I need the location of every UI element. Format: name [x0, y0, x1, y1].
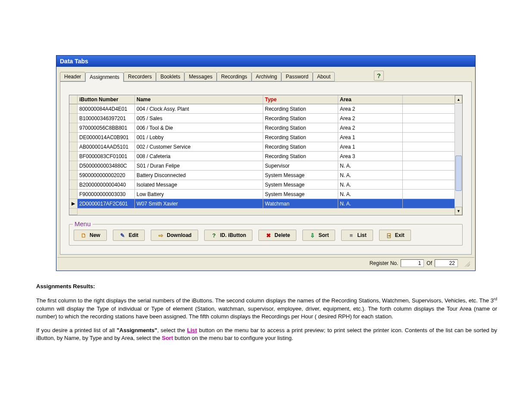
tab-assignments[interactable]: Assignments — [85, 72, 124, 82]
row-indicator — [69, 104, 77, 114]
table-row[interactable]: DE0000014AC0B901001 / LobbyRecording Sta… — [78, 133, 454, 142]
cell-area: Area 1 — [338, 142, 403, 151]
cell-ibutton: AB0000014AAD5101 — [78, 142, 135, 151]
sort-icon: ⇩ — [309, 232, 316, 239]
menu-row: 🗋 New ✎ Edit ⇨ Download ? — [74, 230, 458, 241]
register-total: 22 — [435, 259, 458, 267]
cell-name: 005 / Sales — [135, 114, 263, 123]
table-row[interactable]: BF0000083CF01001008 / CafeteriaRecording… — [78, 152, 454, 161]
cell-ibutton: F900000000003030 — [78, 190, 135, 199]
tab-header[interactable]: Header — [60, 72, 85, 81]
table-row[interactable]: B100000346397201005 / SalesRecording Sta… — [78, 114, 454, 123]
scroll-thumb[interactable] — [455, 156, 462, 191]
tab-recordings[interactable]: Recordings — [217, 72, 252, 81]
cell-area: Area 2 — [338, 114, 403, 123]
table-row[interactable]: 5900000000002020Battery DisconnectedSyst… — [78, 171, 454, 180]
doc-text: Assignments Results: The first column to… — [36, 283, 497, 348]
id-ibutton-label: ID. iButton — [220, 232, 246, 238]
exit-button[interactable]: ⍈ Exit — [379, 230, 411, 241]
cell-name: 008 / Cafeteria — [135, 152, 263, 161]
cell-ibutton: 2D0000017AF2C601 — [78, 199, 135, 208]
row-indicator-header — [69, 95, 77, 104]
cell-name: W07 Smith Xavier — [135, 199, 263, 208]
row-indicator — [69, 171, 77, 180]
cell-ibutton: DE0000014AC0B901 — [78, 133, 135, 142]
of-label: Of — [426, 260, 432, 266]
col-header-ibutton[interactable]: iButton Number — [78, 95, 135, 104]
table-row[interactable]: D50000000034880CS01 / Duran FelipeSuperv… — [78, 161, 454, 171]
grid-header-row: iButton Number Name Type Area — [78, 95, 454, 104]
new-label: New — [90, 232, 100, 238]
menu-group: Menu 🗋 New ✎ Edit ⇨ Download — [69, 224, 463, 246]
cell-area: N. A. — [338, 190, 403, 199]
vertical-scrollbar[interactable]: ▲ ▼ — [454, 95, 462, 215]
assignments-page: ▶ iButton Number Name Type Area 80000008… — [60, 81, 472, 255]
download-button[interactable]: ⇨ Download — [151, 230, 198, 241]
cell-area: Area 2 — [338, 104, 403, 113]
download-icon: ⇨ — [157, 232, 164, 239]
cell-name: Isolated Message — [135, 180, 263, 189]
cell-ibutton: D50000000034880C — [78, 161, 135, 170]
sort-button[interactable]: ⇩ Sort — [302, 230, 335, 241]
cell-area: N. A. — [338, 199, 403, 208]
cell-type: Recording Station — [263, 123, 338, 132]
row-indicator — [69, 180, 77, 190]
cell-name: Low Battery — [135, 190, 263, 199]
row-indicator — [69, 123, 77, 133]
cell-area: Area 1 — [338, 133, 403, 142]
cell-type: Recording Station — [263, 114, 338, 123]
table-row[interactable]: F900000000003030Low BatterySystem Messag… — [78, 190, 454, 199]
new-button[interactable]: 🗋 New — [74, 230, 107, 241]
tab-booklets[interactable]: Booklets — [156, 72, 184, 81]
row-indicator — [69, 190, 77, 199]
tab-password[interactable]: Password — [281, 72, 313, 81]
table-row[interactable]: 2D0000017AF2C601W07 Smith XavierWatchman… — [78, 199, 454, 209]
row-indicator — [69, 161, 77, 171]
new-icon: 🗋 — [80, 232, 87, 239]
register-label: Register No. — [370, 260, 398, 266]
statusbar: Register No. 1 Of 22 — [57, 257, 474, 269]
resize-grip-icon[interactable] — [463, 260, 470, 267]
grid-body: iButton Number Name Type Area 800000084A… — [78, 95, 454, 215]
tab-recorders[interactable]: Recorders — [124, 72, 156, 81]
list-button[interactable]: ≡ List — [341, 230, 373, 241]
id-ibutton-button[interactable]: ? ID. iButton — [204, 230, 253, 241]
col-header-type[interactable]: Type — [263, 95, 338, 104]
cell-name: 001 / Lobby — [135, 133, 263, 142]
help-icon[interactable]: ? — [374, 71, 384, 81]
delete-button[interactable]: ✖ Delete — [258, 230, 296, 241]
scroll-down-arrow-icon[interactable]: ▼ — [455, 207, 462, 215]
col-header-name[interactable]: Name — [135, 95, 263, 104]
cell-type: Watchman — [263, 199, 338, 208]
col-header-area[interactable]: Area — [338, 95, 403, 104]
cell-ibutton: B200000000004040 — [78, 180, 135, 189]
cell-ibutton: BF0000083CF01001 — [78, 152, 135, 161]
cell-ibutton: B100000346397201 — [78, 114, 135, 123]
grid-footer-spacer — [78, 209, 454, 215]
tab-about[interactable]: About — [313, 72, 335, 81]
doc-paragraph-1: The first column to the right displays t… — [36, 296, 497, 321]
cell-ibutton: 800000084A4D4E01 — [78, 104, 135, 113]
delete-label: Delete — [274, 232, 290, 238]
client-area: Header Assignments Recorders Booklets Me… — [56, 67, 475, 271]
tab-messages[interactable]: Messages — [184, 72, 217, 81]
edit-button[interactable]: ✎ Edit — [113, 230, 145, 241]
row-indicator — [69, 114, 77, 123]
cell-area: N. A. — [338, 161, 403, 170]
row-indicator-current: ▶ — [69, 199, 77, 209]
tab-archiving[interactable]: Archiving — [252, 72, 281, 81]
scroll-up-arrow-icon[interactable]: ▲ — [455, 95, 462, 103]
table-row[interactable]: B200000000004040Isolated MessageSystem M… — [78, 180, 454, 190]
cell-type: Supervisor — [263, 161, 338, 170]
cell-name: Battery Disconnected — [135, 171, 263, 180]
table-row[interactable]: AB0000014AAD5101002 / Customer ServiceRe… — [78, 142, 454, 152]
exit-label: Exit — [395, 232, 404, 238]
row-indicator — [69, 152, 77, 161]
row-indicator-column: ▶ — [69, 95, 78, 215]
doc-heading: Assignments Results: — [36, 283, 497, 290]
table-row[interactable]: 970000056C8BB801006 / Tool & DieRecordin… — [78, 123, 454, 133]
grid-rows: 800000084A4D4E01004 / Clock Assy. PlantR… — [78, 104, 454, 209]
table-row[interactable]: 800000084A4D4E01004 / Clock Assy. PlantR… — [78, 104, 454, 114]
download-label: Download — [167, 232, 191, 238]
cell-type: System Message — [263, 180, 338, 189]
